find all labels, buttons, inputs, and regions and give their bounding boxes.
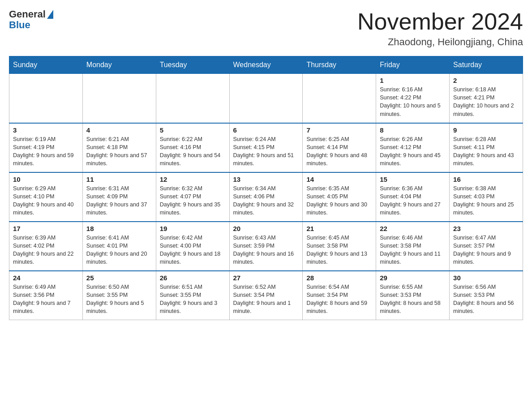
calendar-week-row: 17Sunrise: 6:39 AM Sunset: 4:02 PM Dayli… [9, 222, 523, 271]
calendar-day-cell: 13Sunrise: 6:34 AM Sunset: 4:06 PM Dayli… [229, 172, 303, 222]
day-info: Sunrise: 6:36 AM Sunset: 4:04 PM Dayligh… [380, 184, 446, 217]
calendar-day-cell: 15Sunrise: 6:36 AM Sunset: 4:04 PM Dayli… [376, 172, 450, 222]
day-info: Sunrise: 6:50 AM Sunset: 3:55 PM Dayligh… [86, 283, 152, 316]
day-of-week-header: Tuesday [156, 56, 229, 74]
calendar-day-cell: 23Sunrise: 6:47 AM Sunset: 3:57 PM Dayli… [450, 222, 523, 271]
day-number: 7 [306, 126, 372, 134]
calendar-day-cell: 5Sunrise: 6:22 AM Sunset: 4:16 PM Daylig… [156, 123, 229, 172]
calendar-day-cell [156, 74, 229, 123]
calendar-day-cell: 25Sunrise: 6:50 AM Sunset: 3:55 PM Dayli… [82, 271, 156, 320]
calendar-day-cell: 11Sunrise: 6:31 AM Sunset: 4:09 PM Dayli… [82, 172, 156, 222]
day-number: 18 [86, 225, 152, 232]
day-info: Sunrise: 6:34 AM Sunset: 4:06 PM Dayligh… [233, 184, 299, 217]
month-title: November 2024 [357, 9, 523, 34]
day-info: Sunrise: 6:26 AM Sunset: 4:12 PM Dayligh… [380, 135, 446, 168]
day-info: Sunrise: 6:45 AM Sunset: 3:58 PM Dayligh… [306, 234, 372, 266]
calendar-day-cell: 22Sunrise: 6:46 AM Sunset: 3:58 PM Dayli… [376, 222, 450, 271]
day-number: 8 [380, 126, 446, 134]
day-number: 15 [380, 176, 446, 183]
day-of-week-header: Thursday [303, 56, 376, 74]
day-number: 27 [233, 274, 299, 282]
day-info: Sunrise: 6:31 AM Sunset: 4:09 PM Dayligh… [86, 184, 152, 217]
calendar-day-cell: 14Sunrise: 6:35 AM Sunset: 4:05 PM Dayli… [303, 172, 376, 222]
day-number: 20 [233, 225, 299, 232]
day-number: 12 [160, 176, 226, 183]
calendar-day-cell: 27Sunrise: 6:52 AM Sunset: 3:54 PM Dayli… [229, 271, 303, 320]
header: General Blue November 2024 Zhaodong, Hei… [9, 9, 523, 48]
day-number: 6 [233, 126, 299, 134]
calendar-week-row: 10Sunrise: 6:29 AM Sunset: 4:10 PM Dayli… [9, 172, 523, 222]
day-number: 25 [86, 274, 152, 282]
calendar-day-cell: 21Sunrise: 6:45 AM Sunset: 3:58 PM Dayli… [303, 222, 376, 271]
day-info: Sunrise: 6:39 AM Sunset: 4:02 PM Dayligh… [13, 234, 79, 266]
day-number: 28 [306, 274, 372, 282]
day-of-week-header: Friday [376, 56, 450, 74]
calendar-day-cell: 6Sunrise: 6:24 AM Sunset: 4:15 PM Daylig… [229, 123, 303, 172]
day-number: 9 [453, 126, 519, 134]
calendar-day-cell [229, 74, 303, 123]
day-info: Sunrise: 6:47 AM Sunset: 3:57 PM Dayligh… [453, 234, 519, 266]
day-info: Sunrise: 6:32 AM Sunset: 4:07 PM Dayligh… [160, 184, 226, 217]
logo-blue-text: Blue [9, 20, 53, 30]
day-info: Sunrise: 6:16 AM Sunset: 4:22 PM Dayligh… [380, 86, 446, 118]
day-info: Sunrise: 6:29 AM Sunset: 4:10 PM Dayligh… [13, 184, 79, 217]
day-info: Sunrise: 6:49 AM Sunset: 3:56 PM Dayligh… [13, 283, 79, 316]
calendar-day-cell: 16Sunrise: 6:38 AM Sunset: 4:03 PM Dayli… [450, 172, 523, 222]
calendar-header: SundayMondayTuesdayWednesdayThursdayFrid… [9, 56, 523, 74]
calendar-day-cell: 2Sunrise: 6:18 AM Sunset: 4:21 PM Daylig… [450, 74, 523, 123]
day-info: Sunrise: 6:35 AM Sunset: 4:05 PM Dayligh… [306, 184, 372, 217]
day-number: 17 [13, 225, 79, 232]
calendar-day-cell: 18Sunrise: 6:41 AM Sunset: 4:01 PM Dayli… [82, 222, 156, 271]
calendar-day-cell: 9Sunrise: 6:28 AM Sunset: 4:11 PM Daylig… [450, 123, 523, 172]
day-number: 29 [380, 274, 446, 282]
calendar-day-cell: 26Sunrise: 6:51 AM Sunset: 3:55 PM Dayli… [156, 271, 229, 320]
logo-triangle-icon [47, 10, 53, 19]
calendar-day-cell: 8Sunrise: 6:26 AM Sunset: 4:12 PM Daylig… [376, 123, 450, 172]
day-info: Sunrise: 6:38 AM Sunset: 4:03 PM Dayligh… [453, 184, 519, 217]
day-of-week-header: Sunday [9, 56, 83, 74]
calendar-week-row: 3Sunrise: 6:19 AM Sunset: 4:19 PM Daylig… [9, 123, 523, 172]
calendar-day-cell: 3Sunrise: 6:19 AM Sunset: 4:19 PM Daylig… [9, 123, 83, 172]
day-number: 19 [160, 225, 226, 232]
calendar-day-cell: 1Sunrise: 6:16 AM Sunset: 4:22 PM Daylig… [376, 74, 450, 123]
calendar-day-cell: 29Sunrise: 6:55 AM Sunset: 3:53 PM Dayli… [376, 271, 450, 320]
calendar-body: 1Sunrise: 6:16 AM Sunset: 4:22 PM Daylig… [9, 74, 523, 320]
calendar-day-cell: 30Sunrise: 6:56 AM Sunset: 3:53 PM Dayli… [450, 271, 523, 320]
day-number: 3 [13, 126, 79, 134]
day-info: Sunrise: 6:21 AM Sunset: 4:18 PM Dayligh… [86, 135, 152, 168]
calendar-week-row: 1Sunrise: 6:16 AM Sunset: 4:22 PM Daylig… [9, 74, 523, 123]
day-number: 30 [453, 274, 519, 282]
day-number: 11 [86, 176, 152, 183]
day-info: Sunrise: 6:54 AM Sunset: 3:54 PM Dayligh… [306, 283, 372, 316]
calendar-week-row: 24Sunrise: 6:49 AM Sunset: 3:56 PM Dayli… [9, 271, 523, 320]
title-area: November 2024 Zhaodong, Heilongjiang, Ch… [357, 9, 523, 48]
day-number: 10 [13, 176, 79, 183]
calendar-day-cell: 20Sunrise: 6:43 AM Sunset: 3:59 PM Dayli… [229, 222, 303, 271]
day-number: 24 [13, 274, 79, 282]
calendar-day-cell: 28Sunrise: 6:54 AM Sunset: 3:54 PM Dayli… [303, 271, 376, 320]
day-info: Sunrise: 6:52 AM Sunset: 3:54 PM Dayligh… [233, 283, 299, 316]
day-number: 26 [160, 274, 226, 282]
calendar-day-cell [9, 74, 83, 123]
day-info: Sunrise: 6:24 AM Sunset: 4:15 PM Dayligh… [233, 135, 299, 168]
day-info: Sunrise: 6:55 AM Sunset: 3:53 PM Dayligh… [380, 283, 446, 316]
day-of-week-header: Monday [82, 56, 156, 74]
calendar-day-cell: 7Sunrise: 6:25 AM Sunset: 4:14 PM Daylig… [303, 123, 376, 172]
day-info: Sunrise: 6:25 AM Sunset: 4:14 PM Dayligh… [306, 135, 372, 168]
day-number: 16 [453, 176, 519, 183]
calendar-day-cell: 17Sunrise: 6:39 AM Sunset: 4:02 PM Dayli… [9, 222, 83, 271]
day-info: Sunrise: 6:22 AM Sunset: 4:16 PM Dayligh… [160, 135, 226, 168]
calendar-day-cell: 10Sunrise: 6:29 AM Sunset: 4:10 PM Dayli… [9, 172, 83, 222]
day-number: 4 [86, 126, 152, 134]
calendar-day-cell: 24Sunrise: 6:49 AM Sunset: 3:56 PM Dayli… [9, 271, 83, 320]
day-number: 21 [306, 225, 372, 232]
day-of-week-header: Wednesday [229, 56, 303, 74]
day-number: 1 [380, 77, 446, 84]
day-info: Sunrise: 6:56 AM Sunset: 3:53 PM Dayligh… [453, 283, 519, 316]
location-title: Zhaodong, Heilongjiang, China [357, 36, 523, 48]
calendar-day-cell [303, 74, 376, 123]
day-number: 14 [306, 176, 372, 183]
day-info: Sunrise: 6:28 AM Sunset: 4:11 PM Dayligh… [453, 135, 519, 168]
day-number: 5 [160, 126, 226, 134]
day-number: 2 [453, 77, 519, 84]
